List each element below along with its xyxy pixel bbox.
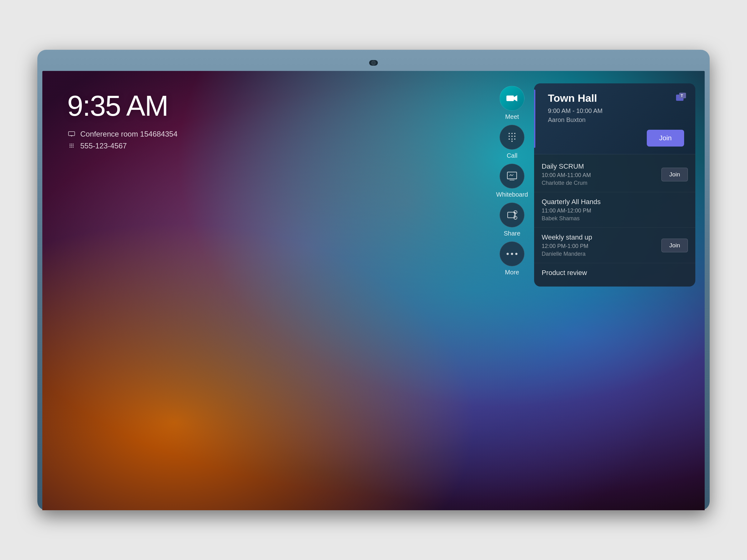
phone-info-row: 555-123-4567 bbox=[67, 141, 487, 150]
meeting-title-2: Weekly stand up bbox=[542, 233, 662, 241]
featured-join-button[interactable]: Join bbox=[647, 130, 684, 146]
meeting-organizer-2: Danielle Mandera bbox=[542, 251, 662, 257]
join-button-2[interactable]: Join bbox=[662, 239, 688, 252]
share-icon-circle bbox=[499, 203, 524, 228]
svg-point-20 bbox=[511, 138, 513, 140]
meeting-time-2: 12:00 PM-1:00 PM bbox=[542, 243, 662, 249]
whiteboard-label: Whiteboard bbox=[496, 191, 528, 198]
meeting-info-1: Quarterly All Hands 11:00 AM-12:00 PM Ba… bbox=[542, 198, 688, 222]
device-frame: 9:35 AM Conference room 154684354 bbox=[37, 50, 710, 510]
svg-rect-12 bbox=[507, 96, 514, 101]
meeting-item-3: Product review bbox=[534, 263, 695, 284]
top-bezel bbox=[42, 55, 705, 71]
dialpad-small-icon bbox=[67, 141, 76, 150]
svg-point-14 bbox=[511, 133, 513, 134]
svg-point-10 bbox=[71, 147, 72, 148]
right-panel: Meet bbox=[487, 71, 705, 510]
svg-point-16 bbox=[509, 136, 510, 137]
svg-point-8 bbox=[73, 145, 74, 146]
share-button[interactable]: Share bbox=[499, 203, 524, 237]
meeting-title-1: Quarterly All Hands bbox=[542, 198, 688, 206]
share-label: Share bbox=[504, 230, 520, 237]
screen: 9:35 AM Conference room 154684354 bbox=[42, 71, 705, 510]
more-icon-circle bbox=[499, 241, 524, 266]
room-info-row: Conference room 154684354 bbox=[67, 130, 487, 138]
device-info: Conference room 154684354 555-123-4567 bbox=[67, 130, 487, 150]
meet-icon-circle bbox=[499, 86, 524, 111]
whiteboard-button[interactable]: Whiteboard bbox=[496, 164, 528, 198]
camera bbox=[369, 60, 378, 65]
svg-point-5 bbox=[73, 144, 74, 145]
meetings-list: Daily SCRUM 10:00 AM-11:00 AM Charlotte … bbox=[534, 154, 695, 287]
svg-point-7 bbox=[71, 145, 72, 146]
join-button-0[interactable]: Join bbox=[662, 168, 688, 181]
meeting-time-0: 10:00 AM-11:00 AM bbox=[542, 172, 662, 179]
more-label: More bbox=[505, 269, 519, 276]
svg-text:T: T bbox=[681, 94, 683, 98]
more-button[interactable]: More bbox=[499, 241, 524, 276]
screen-content: 9:35 AM Conference room 154684354 bbox=[42, 71, 705, 510]
time-display: 9:35 AM bbox=[67, 89, 487, 122]
action-buttons: Meet bbox=[496, 86, 528, 276]
call-icon-circle bbox=[499, 125, 524, 150]
room-label: Conference room 154684354 bbox=[80, 130, 177, 138]
svg-point-13 bbox=[509, 133, 510, 134]
featured-meeting-time: 9:00 AM - 10:00 AM bbox=[543, 107, 687, 114]
teams-icon: T bbox=[674, 91, 688, 105]
svg-point-22 bbox=[511, 141, 513, 142]
svg-point-15 bbox=[514, 133, 515, 134]
meeting-title-3: Product review bbox=[542, 269, 688, 277]
svg-point-19 bbox=[509, 138, 510, 140]
meeting-item-0: Daily SCRUM 10:00 AM-11:00 AM Charlotte … bbox=[534, 157, 695, 192]
meeting-info-0: Daily SCRUM 10:00 AM-11:00 AM Charlotte … bbox=[542, 162, 662, 186]
svg-point-32 bbox=[515, 253, 518, 255]
featured-meeting: T Town Hall 9:00 AM - 10:00 AM Aaron Bux… bbox=[534, 83, 695, 154]
meeting-info-3: Product review bbox=[542, 269, 688, 278]
featured-meeting-title: Town Hall bbox=[543, 92, 687, 104]
svg-point-21 bbox=[514, 138, 515, 140]
meeting-organizer-0: Charlotte de Crum bbox=[542, 180, 662, 186]
meeting-item-2: Weekly stand up 12:00 PM-1:00 PM Daniell… bbox=[534, 228, 695, 263]
meeting-item-1: Quarterly All Hands 11:00 AM-12:00 PM Ba… bbox=[534, 192, 695, 228]
svg-point-18 bbox=[514, 136, 515, 137]
svg-point-30 bbox=[507, 253, 509, 255]
svg-point-4 bbox=[71, 144, 72, 145]
svg-rect-0 bbox=[69, 132, 75, 136]
meeting-title-0: Daily SCRUM bbox=[542, 162, 662, 170]
meeting-time-1: 11:00 AM-12:00 PM bbox=[542, 208, 688, 214]
monitor-icon bbox=[67, 130, 76, 138]
call-label: Call bbox=[507, 152, 517, 159]
meeting-info-2: Weekly stand up 12:00 PM-1:00 PM Daniell… bbox=[542, 233, 662, 257]
svg-point-9 bbox=[70, 147, 71, 148]
svg-point-11 bbox=[73, 147, 74, 148]
meeting-organizer-1: Babek Shamas bbox=[542, 215, 688, 222]
meet-button[interactable]: Meet bbox=[499, 86, 524, 121]
phone-number: 555-123-4567 bbox=[80, 141, 127, 150]
meet-label: Meet bbox=[505, 113, 519, 121]
svg-point-3 bbox=[70, 144, 71, 145]
call-button[interactable]: Call bbox=[499, 125, 524, 159]
left-panel: 9:35 AM Conference room 154684354 bbox=[42, 71, 487, 510]
calendar-panel: T Town Hall 9:00 AM - 10:00 AM Aaron Bux… bbox=[534, 83, 695, 287]
svg-point-31 bbox=[511, 253, 513, 255]
svg-point-6 bbox=[70, 145, 71, 146]
svg-point-17 bbox=[511, 136, 513, 137]
featured-meeting-organizer: Aaron Buxton bbox=[543, 116, 687, 124]
featured-accent bbox=[534, 89, 535, 148]
whiteboard-icon-circle bbox=[499, 164, 524, 189]
